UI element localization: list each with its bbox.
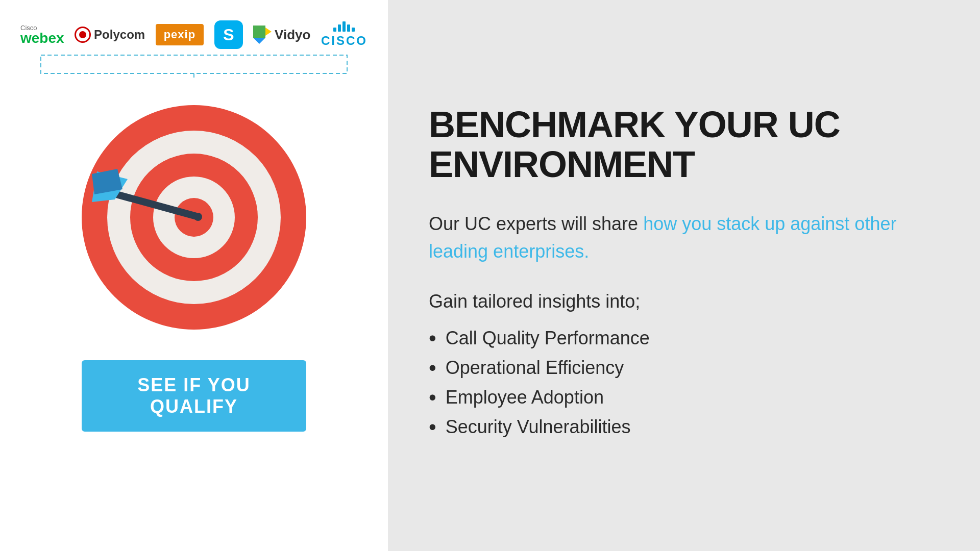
vidyo-label: Vidyo [275,27,310,43]
description-prefix: Our UC experts will share [429,213,643,234]
insight-4: Security Vulnerabilities [446,416,631,438]
list-item: Employee Adoption [429,387,939,408]
svg-marker-4 [253,38,265,44]
polycom-label: Polycom [94,28,145,42]
left-panel: Cisco webex Polycom pexip S Vidyo [0,0,388,551]
cisco-bars-icon [333,21,355,32]
polycom-inner-icon [79,31,86,38]
pexip-logo: pexip [156,24,204,45]
cisco-logo: CISCO [321,21,368,48]
list-item: Operational Efficiency [429,357,939,379]
polycom-logo: Polycom [75,27,145,43]
cisco-bar-5 [352,28,355,32]
svg-point-15 [194,213,202,221]
list-item: Security Vulnerabilities [429,416,939,438]
insights-intro: Gain tailored insights into; [429,291,939,312]
cisco-bar-4 [347,24,350,32]
svg-marker-2 [253,26,265,38]
bullseye-svg [77,100,311,335]
description-text: Our UC experts will share how you stack … [429,210,939,265]
skype-logo: S [214,20,243,49]
webex-label: webex [20,31,64,45]
svg-marker-3 [265,28,272,36]
svg-rect-5 [41,55,347,73]
connector-svg [36,54,352,80]
pexip-label: pexip [156,24,204,45]
connector-lines [36,54,352,80]
logos-row: Cisco webex Polycom pexip S Vidyo [20,20,368,49]
insights-list: Call Quality Performance Operational Eff… [429,328,939,446]
vidyo-logo: Vidyo [253,26,310,44]
qualify-button[interactable]: SEE IF YOU QUALIFY [82,360,306,432]
cisco-bar-1 [333,28,336,32]
target-image [71,95,316,340]
page-title: BENCHMARK YOUR UC ENVIRONMENT [429,105,939,185]
right-panel: BENCHMARK YOUR UC ENVIRONMENT Our UC exp… [388,0,980,551]
cisco-label: CISCO [321,34,368,48]
vidyo-icon [253,26,272,44]
list-item: Call Quality Performance [429,328,939,349]
polycom-circle-icon [75,27,91,43]
insight-3: Employee Adoption [446,387,604,408]
cisco-bar-2 [338,24,341,32]
skype-icon: S [214,20,243,49]
cisco-bar-3 [342,21,346,32]
webex-logo: Cisco webex [20,24,64,45]
insight-1: Call Quality Performance [446,328,650,349]
svg-text:S: S [223,26,234,44]
insight-2: Operational Efficiency [446,357,624,379]
